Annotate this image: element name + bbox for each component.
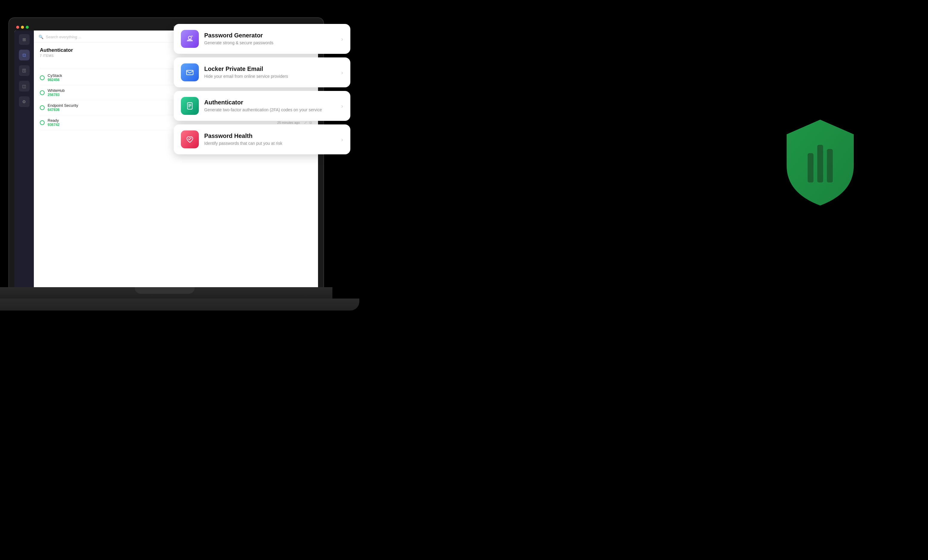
menu-card-password-health[interactable]: Password Health Identify passwords that … (174, 125, 350, 154)
locker-private-email-text: Locker Private Email Hide your email fro… (204, 65, 336, 79)
password-health-icon (181, 131, 199, 148)
sidebar-icon-card[interactable]: ◫ (19, 81, 30, 91)
svg-rect-6 (807, 153, 814, 183)
search-icon: 🔍 (39, 35, 43, 39)
menu-card-authenticator[interactable]: Authenticator Generate two-factor authen… (174, 91, 350, 121)
shield-wrapper (778, 114, 862, 209)
authenticator-title: Authenticator (204, 99, 336, 106)
svg-rect-1 (186, 70, 193, 75)
menu-overlay: Password Generator Generate strong & sec… (174, 24, 350, 154)
sidebar-icon-key[interactable]: ⚿ (19, 65, 30, 76)
svg-rect-5 (188, 107, 190, 107)
search-placeholder[interactable]: Search everything ... (46, 35, 81, 39)
svg-rect-7 (817, 145, 823, 183)
locker-private-email-chevron-icon: › (341, 69, 343, 76)
minimize-dot (21, 26, 24, 29)
close-dot (16, 26, 19, 29)
locker-shield (778, 114, 862, 209)
menu-card-locker-private-email[interactable]: Locker Private Email Hide your email fro… (174, 58, 350, 87)
locker-private-email-icon (181, 64, 199, 81)
laptop-hinge (135, 287, 195, 294)
locker-private-email-description: Hide your email from online service prov… (204, 74, 336, 79)
password-generator-description: Generate strong & secure passwords (204, 40, 336, 46)
auth-status-circle (40, 105, 44, 110)
laptop-base (0, 298, 359, 310)
svg-point-0 (188, 36, 191, 39)
password-health-title: Password Health (204, 132, 336, 139)
password-generator-icon (181, 30, 199, 48)
authenticator-icon (181, 97, 199, 115)
authenticator-chevron-icon: › (341, 103, 343, 110)
auth-status-circle (40, 90, 44, 95)
locker-private-email-title: Locker Private Email (204, 65, 336, 72)
sidebar: ⊞ ⊡ ⚿ ◫ ⚙ (14, 30, 34, 294)
password-health-description: Identify passwords that can put you at r… (204, 141, 336, 146)
password-generator-title: Password Generator (204, 32, 336, 39)
authenticator-description: Generate two-factor authentication (2FA)… (204, 107, 336, 113)
password-generator-chevron-icon: › (341, 36, 343, 43)
authenticator-text: Authenticator Generate two-factor authen… (204, 99, 336, 113)
auth-status-circle (40, 120, 44, 125)
sidebar-icon-settings[interactable]: ⚙ (19, 96, 30, 107)
password-generator-text: Password Generator Generate strong & sec… (204, 32, 336, 46)
svg-rect-4 (188, 105, 191, 106)
fullscreen-dot (26, 26, 29, 29)
svg-rect-3 (188, 104, 191, 105)
auth-status-circle (40, 75, 44, 80)
sidebar-icon-home[interactable]: ⊞ (19, 34, 30, 45)
password-health-chevron-icon: › (341, 136, 343, 143)
sidebar-icon-auth[interactable]: ⊡ (19, 50, 30, 61)
menu-card-password-generator[interactable]: Password Generator Generate strong & sec… (174, 24, 350, 54)
svg-rect-8 (827, 149, 833, 183)
password-health-text: Password Health Identify passwords that … (204, 132, 336, 146)
